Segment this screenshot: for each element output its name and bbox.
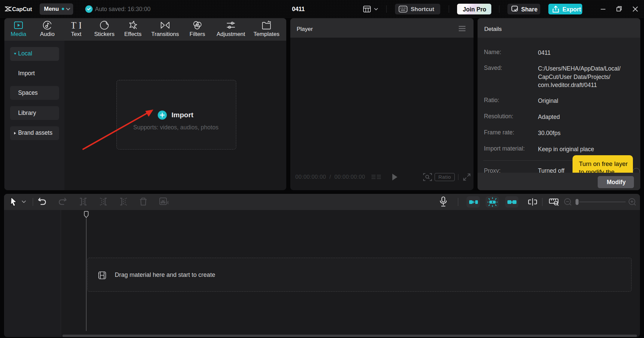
svg-text:TI: TI [71,20,81,30]
